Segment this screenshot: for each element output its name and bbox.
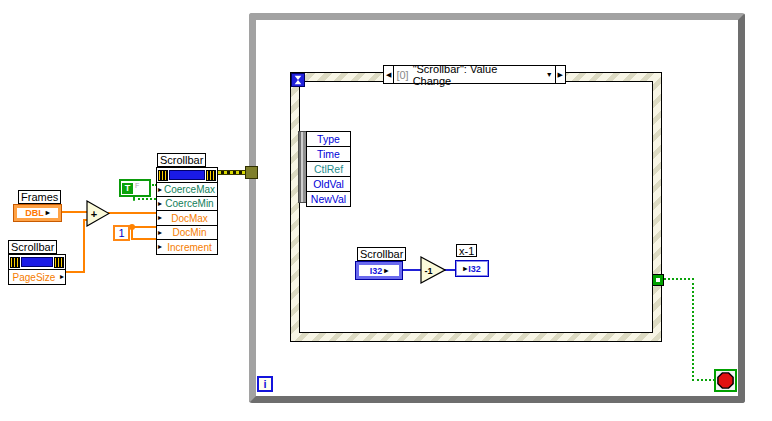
scrollbar-icon-bar <box>169 170 205 180</box>
numeric-constant-1[interactable]: 1 <box>113 225 130 241</box>
terminal-out-arrow: ▸ <box>384 267 388 275</box>
terminal-in-arrow: ▸ <box>463 265 467 273</box>
frames-label: Frames <box>18 190 61 204</box>
event-data-field-ctlref[interactable]: CtlRef <box>307 161 350 176</box>
terminal-out-arrow: ▸ <box>46 209 50 217</box>
scrollbar-property-node-label: Scrollbar <box>157 153 206 167</box>
event-data-node[interactable]: Type Time CtlRef OldVal NewVal <box>306 131 351 207</box>
event-output-tunnel[interactable] <box>652 274 664 286</box>
labview-block-diagram: Frames DBL ▸ Scrollbar PageSize ▸ + 1 T … <box>0 0 772 421</box>
wire-add-to-docmax[interactable] <box>108 212 156 214</box>
event-case-title[interactable]: [0] "Scrollbar": Value Change ▼ <box>394 66 554 83</box>
wire-tunnel-to-stop-v[interactable] <box>692 278 694 381</box>
scrollbar-icon-endcap <box>206 170 216 181</box>
prev-case-button[interactable]: ◀ <box>384 66 394 83</box>
decrement-glyph: -1 <box>424 266 432 276</box>
event-data-field-oldval[interactable]: OldVal <box>307 176 350 191</box>
scrollbar-icon-bar <box>21 257 53 267</box>
loop-stop-terminal[interactable] <box>714 369 737 392</box>
scrollbar-ref-icon <box>9 255 65 269</box>
bool-true-box: T <box>122 183 133 194</box>
scrollbar-pagesize-node[interactable]: PageSize ▸ <box>8 254 66 285</box>
property-row-docmax[interactable]: ▸ DocMax <box>157 210 217 225</box>
property-row-increment[interactable]: ▸ Increment <box>157 239 217 254</box>
scrollbar-i32-control-terminal[interactable]: I32 ▸ <box>356 262 402 279</box>
reference-tunnel[interactable] <box>245 166 258 179</box>
boolean-true-constant[interactable]: T F <box>119 179 151 197</box>
wire-control-reference[interactable] <box>218 170 246 175</box>
event-structure[interactable] <box>290 72 662 342</box>
event-data-field-time[interactable]: Time <box>307 146 350 161</box>
wire-bool-to-coercemin[interactable] <box>133 198 156 200</box>
property-row-coercemin[interactable]: ▸ CoerceMin <box>157 196 217 210</box>
inner-scrollbar-label: Scrollbar <box>357 247 406 261</box>
event-data-field-newval[interactable]: NewVal <box>307 191 350 206</box>
next-case-button[interactable]: ▶ <box>555 66 565 83</box>
property-out-arrow: ▸ <box>60 273 64 281</box>
loop-iteration-terminal[interactable]: i <box>257 376 273 392</box>
event-structure-interior <box>299 81 653 333</box>
scrollbar-icon-endcap <box>10 257 20 268</box>
scrollbar-pagesize-label: Scrollbar <box>8 240 57 254</box>
scrollbar-icon-endcap <box>158 170 168 181</box>
hourglass-icon <box>293 75 303 85</box>
scrollbar-property-node[interactable]: ▸ CoerceMax ▸ CoerceMin ▸ DocMax ▸ DocMi… <box>156 167 218 255</box>
bool-false-glyph: F <box>135 182 139 189</box>
wire-tunnel-to-stop-h2[interactable] <box>692 379 715 381</box>
add-function[interactable]: + <box>86 200 110 227</box>
wire-pagesize-h[interactable] <box>64 271 85 273</box>
result-i32-indicator-terminal[interactable]: ▸ I32 <box>455 260 489 277</box>
property-row-coercemax[interactable]: ▸ CoerceMax <box>157 182 217 196</box>
scrollbar-ref-icon <box>157 168 217 182</box>
wire-one-to-increment[interactable] <box>131 238 156 240</box>
wire-pagesize-v[interactable] <box>83 219 85 273</box>
property-row-docmin[interactable]: ▸ DocMin <box>157 225 217 239</box>
result-label: x-1 <box>456 244 477 257</box>
wire-tunnel-to-stop-h1[interactable] <box>664 278 694 280</box>
case-dropdown-arrow[interactable]: ▼ <box>546 71 553 78</box>
scrollbar-icon-endcap <box>54 257 64 268</box>
frames-dbl-terminal[interactable]: DBL ▸ <box>14 205 61 221</box>
event-data-field-type[interactable]: Type <box>307 132 350 146</box>
wire-frames-to-add[interactable] <box>61 211 87 213</box>
tunnel-center-dot <box>656 278 660 282</box>
decrement-function[interactable]: -1 <box>420 256 446 284</box>
property-row-pagesize[interactable]: PageSize ▸ <box>9 269 65 284</box>
event-case-selector: ◀ [0] "Scrollbar": Value Change ▼ ▶ <box>383 65 566 84</box>
add-plus-glyph: + <box>91 208 97 220</box>
event-timeout-terminal[interactable] <box>291 73 305 87</box>
wire-scrollbar-to-decrement[interactable] <box>401 269 421 271</box>
stop-sign-icon <box>717 372 734 389</box>
